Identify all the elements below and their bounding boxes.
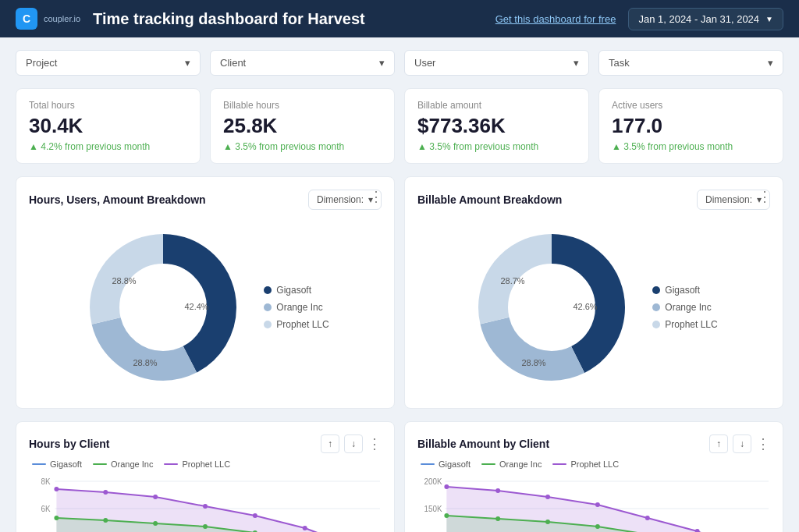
donut-chart-2: 42.6% 28.7% 28.8% Gigasoft Orange Inc: [417, 219, 770, 395]
line-chart-svg-1: 8K 6K 4K 2K: [29, 475, 382, 532]
legend-line: [93, 463, 107, 465]
legend-item: Gigasoft: [264, 285, 328, 296]
svg-text:42.4%: 42.4%: [185, 302, 209, 311]
donut-charts-row: Hours, Users, Amount Breakdown Dimension…: [16, 176, 783, 409]
donut-legend-1: Gigasoft Orange Inc Prophet LLC: [264, 285, 328, 330]
svg-point-59: [495, 488, 500, 493]
svg-point-33: [103, 518, 108, 523]
legend-item: Prophet LLC: [652, 319, 717, 330]
svg-point-62: [645, 516, 650, 520]
billable-by-client-chart: Billable Amount by Client ↑ ↓ ⋮ Gigasoft…: [404, 421, 783, 532]
chart-menu-icon[interactable]: ⋮: [758, 188, 772, 205]
donut-svg-1: 42.4% 28.8% 28.8%: [81, 225, 245, 389]
legend-dot: [652, 321, 660, 328]
svg-point-26: [203, 504, 208, 509]
hours-breakdown-chart: Hours, Users, Amount Breakdown Dimension…: [16, 176, 395, 409]
svg-point-68: [495, 516, 500, 521]
svg-text:28.8%: 28.8%: [112, 276, 137, 286]
chart-header: Hours, Users, Amount Breakdown Dimension…: [29, 190, 382, 210]
stat-active-users: Active users 177.0 ▲ 3.5% from previous …: [598, 88, 783, 164]
line-chart-svg-2: 200K 150K 100K 50K: [417, 475, 770, 532]
svg-point-63: [695, 529, 700, 532]
stat-billable-amount: Billable amount $773.36K ▲ 3.5% from pre…: [404, 88, 589, 164]
filters-bar: Project ▾ Client ▾ User ▾ Task ▾: [16, 50, 783, 76]
svg-text:42.6%: 42.6%: [574, 302, 598, 311]
chevron-down-icon: ▼: [765, 15, 773, 23]
date-range-label: Jan 1, 2024 - Jan 31, 2024: [638, 13, 759, 25]
svg-text:28.8%: 28.8%: [522, 358, 546, 367]
svg-text:28.8%: 28.8%: [133, 358, 158, 367]
svg-point-58: [444, 484, 449, 489]
svg-point-28: [303, 526, 307, 530]
legend-item-gigasoft: Gigasoft: [421, 459, 471, 469]
line-chart-header-1: Hours by Client ↑ ↓ ⋮: [29, 434, 382, 453]
svg-point-27: [253, 513, 257, 518]
line-legend-1: Gigasoft Orange Inc Prophet LLC: [29, 459, 382, 469]
legend-dot: [652, 303, 660, 311]
svg-point-32: [54, 516, 59, 520]
stat-total-hours: Total hours 30.4K ▲ 4.2% from previous m…: [16, 88, 201, 164]
svg-text:6K: 6K: [41, 505, 50, 513]
legend-item-orangeinc: Orange Inc: [93, 459, 153, 469]
line-legend-2: Gigasoft Orange Inc Prophet LLC: [417, 459, 770, 469]
legend-item-prophetllc: Prophet LLC: [164, 459, 230, 469]
logo-icon: C: [16, 8, 37, 30]
chart-actions-2: ↑ ↓ ⋮: [709, 434, 770, 453]
legend-item: Prophet LLC: [264, 319, 328, 330]
chevron-down-icon: ▾: [574, 57, 579, 69]
svg-point-60: [545, 495, 550, 499]
logo: C coupler.io: [16, 8, 80, 30]
date-range-button[interactable]: Jan 1, 2024 - Jan 31, 2024 ▼: [628, 8, 783, 30]
legend-item: Orange Inc: [264, 302, 328, 313]
legend-item-gigasoft: Gigasoft: [32, 459, 82, 469]
chevron-down-icon: ▾: [768, 57, 773, 69]
legend-dot: [264, 321, 272, 328]
legend-line: [32, 463, 46, 465]
chart-menu-icon[interactable]: ⋮: [756, 435, 770, 452]
header: C coupler.io Time tracking dashboard for…: [0, 0, 799, 37]
legend-line: [481, 463, 495, 465]
stats-row: Total hours 30.4K ▲ 4.2% from previous m…: [16, 88, 783, 164]
chart-actions-1: ↑ ↓ ⋮: [321, 434, 382, 453]
svg-text:150K: 150K: [424, 505, 442, 513]
sort-desc-button[interactable]: ↓: [733, 434, 751, 453]
svg-point-25: [153, 495, 158, 499]
line-charts-row: Hours by Client ↑ ↓ ⋮ Gigasoft Orange In…: [16, 421, 783, 532]
svg-point-23: [54, 487, 59, 491]
donut-svg-2: 42.6% 28.7% 28.8%: [470, 225, 634, 389]
chevron-down-icon: ▾: [185, 57, 190, 69]
legend-line: [421, 463, 435, 465]
svg-point-69: [545, 520, 550, 524]
page-title: Time tracking dashboard for Harvest: [93, 10, 483, 28]
sort-asc-button[interactable]: ↑: [709, 434, 728, 453]
svg-text:200K: 200K: [424, 477, 442, 486]
dashboard-link[interactable]: Get this dashboard for free: [495, 13, 616, 25]
sort-asc-button[interactable]: ↑: [321, 434, 339, 453]
line-chart-header-2: Billable Amount by Client ↑ ↓ ⋮: [417, 434, 770, 453]
legend-item: Orange Inc: [652, 302, 717, 313]
svg-point-24: [103, 490, 108, 495]
svg-text:8K: 8K: [41, 477, 50, 486]
chart-header: Billable Amount Breakdown Dimension: ▾: [417, 190, 770, 210]
legend-dot: [264, 303, 272, 311]
task-filter[interactable]: Task ▾: [598, 50, 783, 76]
project-filter[interactable]: Project ▾: [16, 50, 201, 76]
svg-point-61: [595, 502, 600, 507]
legend-dot: [652, 286, 660, 294]
svg-point-35: [203, 524, 208, 529]
brand-name: coupler.io: [44, 14, 80, 23]
client-filter[interactable]: Client ▾: [210, 50, 395, 76]
svg-point-70: [595, 524, 600, 529]
chart-menu-icon[interactable]: ⋮: [368, 435, 382, 452]
legend-item: Gigasoft: [652, 285, 717, 296]
svg-point-34: [153, 521, 158, 526]
svg-text:28.7%: 28.7%: [501, 276, 525, 286]
svg-point-67: [444, 513, 449, 518]
legend-dot: [264, 286, 272, 294]
user-filter[interactable]: User ▾: [404, 50, 589, 76]
legend-item-prophetllc: Prophet LLC: [552, 459, 619, 469]
legend-item-orangeinc: Orange Inc: [481, 459, 542, 469]
sort-desc-button[interactable]: ↓: [344, 434, 363, 453]
chevron-down-icon: ▾: [379, 57, 385, 69]
chart-menu-icon[interactable]: ⋮: [369, 188, 383, 205]
